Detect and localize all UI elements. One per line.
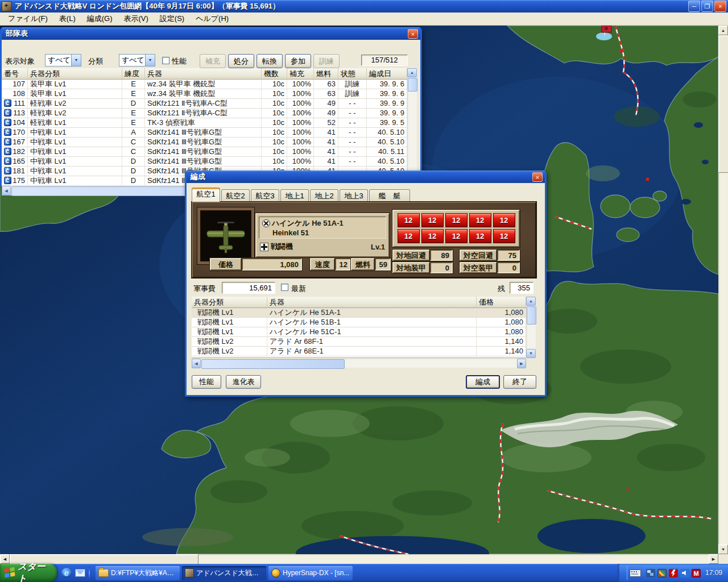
table-row[interactable]: 167中戦車 Lv1CSdKfz141 Ⅲ号戦車G型10c100%41- -40… <box>2 138 407 147</box>
clock[interactable]: 17:09 <box>705 569 722 577</box>
network-icon[interactable] <box>646 569 655 577</box>
flash-icon[interactable] <box>669 569 678 577</box>
taskbar-task-0[interactable]: D:¥FTP¥大戦略¥AD5... <box>96 566 180 580</box>
tab-6[interactable]: 艦 艇 <box>369 189 410 202</box>
column-header-1[interactable]: 兵器 <box>267 297 477 308</box>
tab-4[interactable]: 地上2 <box>310 189 338 202</box>
unit-toolbar-button-2[interactable]: 転換 <box>257 54 283 68</box>
formation-tabs[interactable]: 航空1航空2航空3地上1地上2地上3艦 艇 <box>192 189 536 202</box>
scroll-left-button[interactable]: ◀ <box>2 186 11 196</box>
restore-button[interactable]: ❐ <box>701 1 713 12</box>
menu-item-4[interactable]: 設定(S) <box>155 13 189 25</box>
tab-3[interactable]: 地上1 <box>280 189 309 202</box>
table-row[interactable]: 170中戦車 Lv1ASdKfz141 Ⅲ号戦車G型10c100%41- -40… <box>2 128 407 138</box>
aircraft-image <box>200 210 251 261</box>
dialog-button-2[interactable]: 編成 <box>466 375 500 389</box>
unit-table-header[interactable]: 番号兵器分類練度兵器機数補充燃料状態編成日 <box>2 68 407 80</box>
scroll-down-button[interactable]: ▼ <box>718 544 728 554</box>
map-horizontal-scrollbar[interactable]: ◀ ▶ <box>0 554 718 564</box>
unit-table[interactable]: 107装甲車 Lv1Ewz.34 装甲車 機銃型10c100%63訓練39. 9… <box>2 80 407 186</box>
formation-titlebar[interactable]: 編成 × <box>187 171 545 183</box>
unit-list-vscroll-thumb[interactable] <box>408 78 417 92</box>
weapon-table-hscrollbar[interactable]: ◀ ▶ <box>192 359 526 368</box>
weapon-table-hscroll-thumb[interactable] <box>201 359 345 369</box>
column-header-2[interactable]: 価格 <box>477 297 526 308</box>
scroll-up-button[interactable]: ▲ <box>526 297 536 306</box>
column-header-0[interactable]: 番号 <box>2 68 28 80</box>
formation-close-button[interactable]: × <box>532 172 543 182</box>
tab-0[interactable]: 航空1 <box>192 188 220 202</box>
internet-explorer-icon[interactable]: e <box>61 568 72 578</box>
map-vertical-scrollbar[interactable]: ▲ ▼ <box>718 26 728 554</box>
table-row[interactable]: 165中戦車 Lv1DSdKfz141 Ⅲ号戦車G型10c100%41- -40… <box>2 157 407 167</box>
scroll-right-button[interactable]: ▶ <box>709 554 718 564</box>
weapon-row[interactable]: 戦闘機 Lv2アラド Ar 68F-11,140 <box>192 337 526 347</box>
volume-icon[interactable] <box>680 569 689 577</box>
table-row[interactable]: 108装甲車 Lv1Ewz.34 装甲車 機銃型10c100%63訓練39. 9… <box>2 89 407 99</box>
unit-list-vscrollbar[interactable]: ▲ ▼ <box>407 68 417 186</box>
column-header-4[interactable]: 機数 <box>262 68 287 80</box>
dialog-button-0[interactable]: 性能 <box>192 375 221 389</box>
table-row[interactable]: 111軽戦車 Lv2DSdKfz121 Ⅱ号戦車A-C型10c100%49- -… <box>2 99 407 109</box>
main-window-titlebar[interactable]: アドバンスド大戦略V ロンドン包囲網【40年 9月17日 6:00】（軍事費 1… <box>0 0 728 13</box>
weapon-table-header[interactable]: 兵器分類兵器価格 <box>192 297 526 308</box>
map-vscroll-thumb[interactable] <box>718 35 728 173</box>
system-tray[interactable]: M 17:09 <box>618 564 728 582</box>
menu-item-0[interactable]: ファイル(F) <box>3 13 52 25</box>
scroll-down-button[interactable]: ▼ <box>526 349 536 358</box>
unit-list-close-button[interactable]: × <box>408 29 418 39</box>
table-row[interactable]: 104軽戦車 Lv1ETK-3 偵察戦車10c100%52- -39. 9. 5 <box>2 118 407 128</box>
tab-2[interactable]: 航空3 <box>251 189 279 202</box>
column-header-3[interactable]: 兵器 <box>145 68 262 80</box>
unit-list-window[interactable]: 部隊表 × 表示対象 すべて ▼ 分類 すべて ▼ 性能 補充処分転換参加訓練 … <box>0 27 422 186</box>
language-bar[interactable] <box>627 566 644 580</box>
table-row[interactable]: 107装甲車 Lv1Ewz.34 装甲車 機銃型10c100%63訓練39. 9… <box>2 80 407 89</box>
tab-5[interactable]: 地上3 <box>340 189 368 202</box>
scroll-left-button[interactable]: ◀ <box>192 359 201 368</box>
weapon-table-vscrollbar[interactable]: ▲ ▼ <box>526 297 536 358</box>
dialog-button-1[interactable]: 進化表 <box>226 375 261 389</box>
m-icon[interactable]: M <box>692 569 701 577</box>
weapon-row[interactable]: 戦闘機 Lv1ハインケル He 51A-11,080 <box>192 308 526 318</box>
formation-dialog[interactable]: 編成 × 航空1航空2航空3地上1地上2地上3艦 艇 ハインケル He 51A-… <box>185 171 547 397</box>
scroll-right-button[interactable]: ▶ <box>517 359 526 368</box>
menu-item-1[interactable]: 表(L) <box>55 13 80 25</box>
remain-label: 残 <box>498 284 505 294</box>
unit-toolbar-button-3[interactable]: 参加 <box>285 54 311 68</box>
menu-item-2[interactable]: 編成(G) <box>82 13 117 25</box>
latest-checkbox[interactable] <box>281 284 288 291</box>
column-header-8[interactable]: 編成日 <box>367 68 407 80</box>
scroll-up-button[interactable]: ▲ <box>718 26 728 35</box>
start-button[interactable]: スタート <box>0 564 57 582</box>
menu-item-3[interactable]: 表示(V) <box>119 13 153 25</box>
column-header-2[interactable]: 練度 <box>122 68 145 80</box>
column-header-1[interactable]: 兵器分類 <box>28 68 122 80</box>
dialog-button-3[interactable]: 終了 <box>503 375 536 389</box>
unit-toolbar-button-1[interactable]: 処分 <box>228 54 254 68</box>
taskbar-task-1[interactable]: アドバンスド大戦略V ... <box>182 566 266 580</box>
table-row[interactable]: 113軽戦車 Lv2ESdKfz121 Ⅱ号戦車A-C型10c100%49- -… <box>2 109 407 118</box>
unit-list-titlebar[interactable]: 部隊表 × <box>2 27 420 40</box>
quick-launch[interactable]: e <box>57 564 94 582</box>
tab-1[interactable]: 航空2 <box>221 189 250 202</box>
menu-item-5[interactable]: ヘルプ(H) <box>191 13 233 25</box>
display-icon[interactable] <box>657 569 667 577</box>
weapon-row[interactable]: 戦闘機 Lv1ハインケル He 51C-11,080 <box>192 327 526 337</box>
close-button[interactable]: × <box>714 1 726 12</box>
menu-bar[interactable]: ファイル(F)表(L)編成(G)表示(V)設定(S)ヘルプ(H) <box>0 13 728 26</box>
column-header-7[interactable]: 状態 <box>338 68 367 80</box>
taskbar-task-2[interactable]: HyperSnap-DX - [sn... <box>268 566 353 580</box>
column-header-6[interactable]: 燃料 <box>314 68 338 80</box>
scroll-up-button[interactable]: ▲ <box>407 68 417 77</box>
outlook-express-icon[interactable] <box>75 569 85 577</box>
column-header-5[interactable]: 補充 <box>287 68 314 80</box>
weapon-row[interactable]: 戦闘機 Lv1ハインケル He 51B-11,080 <box>192 318 526 327</box>
taskbar[interactable]: スタート e D:¥FTP¥大戦略¥AD5...アドバンスド大戦略V ...Hy… <box>0 564 728 582</box>
table-row[interactable]: 182中戦車 Lv1CSdKfz141 Ⅲ号戦車G型10c100%41- -40… <box>2 147 407 157</box>
weapon-row[interactable]: 戦闘機 Lv2アラド Ar 68E-11,140 <box>192 347 526 356</box>
weapon-table-vscroll-thumb[interactable] <box>527 306 536 325</box>
scroll-left-button[interactable]: ◀ <box>0 554 10 564</box>
minimize-button[interactable]: ─ <box>688 1 700 12</box>
weapon-table[interactable]: 戦闘機 Lv1ハインケル He 51A-11,080戦闘機 Lv1ハインケル H… <box>192 308 526 358</box>
column-header-0[interactable]: 兵器分類 <box>192 297 267 308</box>
